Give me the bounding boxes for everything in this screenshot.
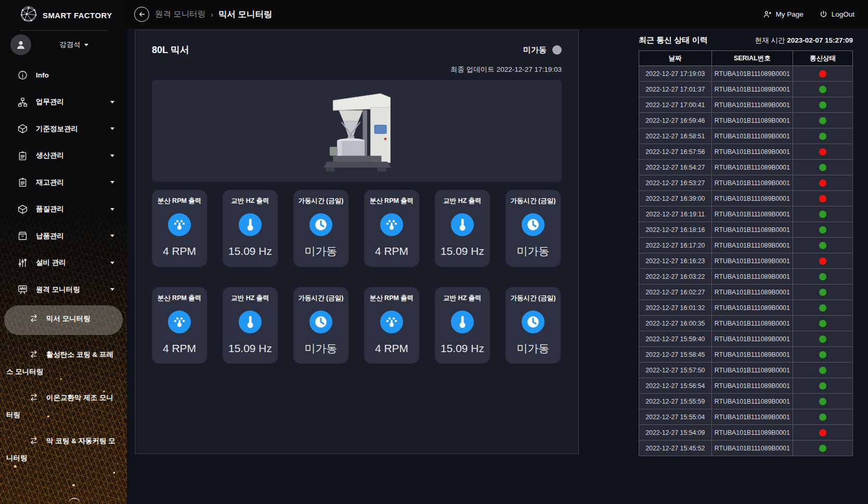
cell-status	[793, 82, 852, 97]
gauge-title: 분산 RPM 출력	[366, 197, 417, 205]
cell-serial: RTUBA101B111089B0001	[711, 378, 793, 394]
clipboard-icon	[17, 150, 28, 161]
table-row: 2022-12-27 16:59:46RTUBA101B111089B0001	[639, 113, 853, 128]
submenu-item-label: 믹서 모니터링	[46, 315, 90, 322]
cell-date: 2022-12-27 16:18:16	[639, 222, 712, 238]
gauge-title: 분산 RPM 출력	[154, 294, 205, 303]
gauge-row-1: 분산 RPM 출력4 RPM교반 HZ 출력15.09 Hz가동시간 (금일)미…	[152, 190, 562, 267]
cell-serial: RTUBA101B111089B0001	[711, 269, 793, 285]
gauge-value: 4 RPM	[154, 244, 205, 259]
swap-arrows-icon	[28, 435, 40, 451]
sidebar-item-7[interactable]: 설비 관리	[0, 250, 127, 277]
cell-date: 2022-12-27 15:57:50	[639, 363, 712, 378]
submenu-item-0[interactable]: 믹서 모니터링	[4, 305, 123, 335]
user-name: 강경석	[59, 40, 81, 49]
user-menu[interactable]: 강경석	[31, 40, 116, 49]
table-row: 2022-12-27 16:00:35RTUBA101B111089B0001	[639, 316, 853, 331]
cell-date: 2022-12-27 16:58:51	[639, 128, 712, 144]
gauge-title: 가동시간 (금일)	[295, 197, 346, 205]
gauge-value: 4 RPM	[154, 341, 205, 356]
submenu-item-3[interactable]: 막 코팅 & 자동커팅 모니터링	[0, 434, 127, 465]
cell-status	[793, 253, 852, 269]
table-row: 2022-12-27 17:19:03RTUBA101B111089B0001	[639, 66, 853, 82]
gauge-icon	[168, 311, 191, 333]
submenu-item-1[interactable]: 활성탄소 코팅 & 프레스 모니터링	[0, 347, 127, 379]
sidebar-item-label: 기준정보관리	[36, 124, 110, 134]
cell-serial: RTUBA101B111089B0001	[711, 331, 793, 347]
main-column: 원격 모니터링 › 믹서 모니터링 My Page LogOut	[127, 0, 868, 504]
sidebar-item-3[interactable]: 생산관리	[0, 143, 127, 170]
table-row: 2022-12-27 15:58:45RTUBA101B111089B0001	[639, 347, 853, 363]
cell-date: 2022-12-27 16:59:46	[639, 113, 712, 128]
status-green-dot	[819, 289, 826, 296]
sidebar-item-5[interactable]: 품질관리	[0, 196, 127, 223]
sidebar-item-1[interactable]: 업무관리	[0, 89, 127, 116]
machine-status: 미가동	[523, 45, 562, 55]
table-row: 2022-12-27 16:03:22RTUBA101B111089B0001	[639, 269, 853, 285]
gauge-title: 교반 HZ 출력	[437, 197, 488, 205]
my-page-button[interactable]: My Page	[763, 10, 803, 19]
logout-button[interactable]: LogOut	[819, 10, 854, 19]
cell-serial: RTUBA101B111089B0001	[711, 425, 793, 441]
mixer-panel: 80L 믹서 미가동 최종 업데이트 2022-12-27 17:19:03	[135, 30, 579, 454]
submenu-item-2[interactable]: 이온교환막 제조 모니터링	[0, 391, 127, 422]
sidebar-item-6[interactable]: 납품관리	[0, 223, 127, 250]
archive-box-icon	[17, 230, 28, 242]
my-page-label: My Page	[775, 10, 803, 18]
gauge-card: 가동시간 (금일)미가동	[506, 287, 561, 364]
gauge-row-2: 분산 RPM 출력4 RPM교반 HZ 출력15.09 Hz가동시간 (금일)미…	[152, 287, 562, 364]
clock-icon	[309, 311, 332, 333]
cell-status	[793, 66, 852, 82]
table-row: 2022-12-27 15:45:52RTUBA101B111089B0001	[639, 441, 853, 456]
cell-status	[793, 160, 852, 175]
cube-icon	[17, 123, 28, 135]
cell-status	[793, 331, 852, 347]
sidebar-item-8[interactable]: 원격 모니터링	[0, 276, 127, 303]
status-green-dot	[819, 273, 826, 280]
status-red-dot	[819, 429, 826, 436]
thermometer-icon	[239, 311, 262, 333]
person-plus-icon	[763, 10, 772, 19]
monitor-wave-icon	[17, 284, 28, 295]
sidebar-item-0[interactable]: Info	[0, 62, 127, 89]
status-green-dot	[819, 304, 826, 312]
table-row: 2022-12-27 15:55:59RTUBA101B111089B0001	[639, 394, 853, 409]
cell-status	[793, 409, 852, 425]
comm-head: 최근 통신 상태 이력 현재 시간 2023-02-07 15:27:09	[639, 35, 853, 45]
table-row: 2022-12-27 15:55:04RTUBA101B111089B0001	[639, 409, 853, 425]
gauge-title: 가동시간 (금일)	[508, 294, 559, 303]
logout-label: LogOut	[832, 10, 854, 18]
cell-status	[793, 347, 852, 363]
table-row: 2022-12-27 16:17:20RTUBA101B111089B0001	[639, 238, 853, 253]
gauge-value: 미가동	[508, 341, 559, 356]
status-green-dot	[819, 351, 826, 358]
cell-status	[793, 394, 852, 409]
sidebar-item-2[interactable]: 기준정보관리	[0, 115, 127, 143]
sidebar-item-label: 재고관리	[36, 178, 110, 187]
machine-status-label: 미가동	[523, 45, 547, 55]
back-button[interactable]	[134, 7, 149, 22]
status-green-dot	[819, 242, 826, 249]
cell-status	[793, 222, 852, 238]
info-icon	[17, 70, 28, 81]
sidebar: SMART FACTORY 강경석 Info업무관리기준정보관리생산관리재고관리…	[0, 0, 127, 504]
gauge-title: 분산 RPM 출력	[154, 197, 205, 205]
content: 80L 믹서 미가동 최종 업데이트 2022-12-27 17:19:03	[127, 29, 868, 504]
cell-status	[793, 206, 852, 222]
comm-table: 날짜 SERIAL번호 통신상태 2022-12-27 17:19:03RTUB…	[639, 50, 853, 456]
cell-serial: RTUBA101B111089B0001	[711, 113, 793, 128]
gauge-card: 분산 RPM 출력4 RPM	[152, 190, 207, 267]
sidebar-item-4[interactable]: 재고관리	[0, 169, 127, 196]
cell-status	[793, 191, 852, 206]
topbar: 원격 모니터링 › 믹서 모니터링 My Page LogOut	[127, 0, 868, 29]
gauge-title: 가동시간 (금일)	[508, 197, 559, 205]
sidebar-menu: Info업무관리기준정보관리생산관리재고관리품질관리납품관리설비 관리원격 모니…	[0, 62, 127, 303]
sidebar-item-label: 생산관리	[36, 151, 110, 160]
current-time-value: 2023-02-07 15:27:09	[787, 36, 853, 44]
breadcrumb-parent[interactable]: 원격 모니터링	[155, 9, 205, 20]
status-red-dot	[819, 70, 826, 77]
avatar	[10, 34, 31, 55]
cell-date: 2022-12-27 15:59:40	[639, 331, 712, 347]
submenu-item-label: 막 코팅 & 자동커팅 모니터링	[6, 437, 115, 462]
cell-status	[793, 128, 852, 144]
